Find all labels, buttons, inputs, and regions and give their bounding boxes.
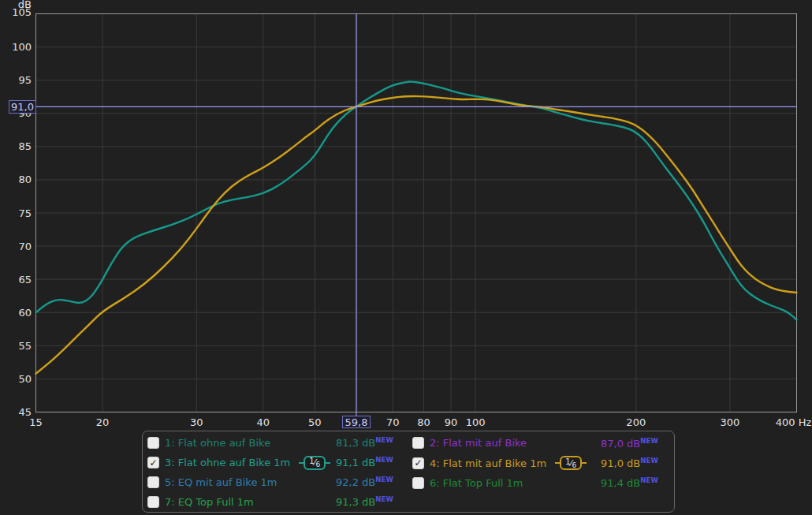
measurement-value: 87,0 dBNEW: [601, 437, 671, 450]
measurement-checkbox[interactable]: ✓: [147, 496, 159, 508]
measurement-value: 91,3 dBNEW: [336, 495, 412, 508]
measurement-checkbox[interactable]: ✓: [147, 476, 159, 488]
y-axis-tick-label: 55: [18, 340, 32, 352]
measurement-checkbox[interactable]: ✓: [412, 437, 424, 449]
legend-row[interactable]: ✓ 2: Flat mit auf Bike ⁄ 87,0 dBNEW: [412, 433, 671, 453]
x-axis-tick-label: 70: [386, 416, 400, 428]
cursor-frequency-readout: 59,8: [342, 416, 371, 428]
legend-row[interactable]: ✓ 4: Flat mit auf Bike 1m 1⁄6 91,0 dBNEW: [412, 453, 671, 472]
x-axis-tick-label: 30: [190, 416, 203, 428]
measurement-app-window: dB10510095908580757065605550451520304050…: [0, 0, 812, 515]
y-axis-tick-label: 50: [18, 373, 32, 385]
y-axis-tick-label: 65: [18, 274, 32, 285]
measurement-checkbox[interactable]: ✓: [147, 457, 159, 468]
x-axis-tick-label: 15: [29, 416, 43, 428]
measurement-checkbox[interactable]: ✓: [412, 477, 424, 489]
y-axis-tick-label: 70: [18, 241, 32, 252]
legend-column: ✓ 2: Flat mit auf Bike ⁄ 87,0 dBNEW ✓ 4:…: [412, 433, 671, 512]
checkmark-icon: ✓: [149, 457, 157, 467]
x-axis-tick-label: 300: [721, 416, 740, 428]
measurement-checkbox[interactable]: ✓: [147, 437, 159, 449]
smoothing-badge[interactable]: 1⁄6: [299, 456, 330, 470]
new-tag: NEW: [640, 437, 658, 445]
measurement-label[interactable]: 3: Flat ohne auf Bike 1m: [165, 457, 290, 468]
new-tag: NEW: [375, 436, 393, 444]
new-tag: NEW: [375, 456, 393, 464]
measurement-label[interactable]: 1: Flat ohne auf Bike: [165, 437, 270, 449]
y-axis-tick-label: 100: [12, 41, 32, 53]
legend-row[interactable]: ✓ 1: Flat ohne auf Bike ⁄ 81,3 dBNEW: [147, 433, 412, 453]
cursor-db-readout: 91,0: [9, 100, 36, 114]
y-axis-tick-label: 95: [18, 74, 32, 86]
x-axis-tick-label: 50: [308, 416, 322, 428]
y-axis-tick-label: 60: [18, 307, 32, 319]
measurement-label[interactable]: 5: EQ mit auf Bike 1m: [165, 476, 277, 488]
x-axis-tick-label: 20: [96, 416, 110, 428]
measurement-label[interactable]: 4: Flat mit auf Bike 1m: [430, 457, 546, 469]
measurement-label[interactable]: 7: EQ Top Full 1m: [165, 496, 254, 508]
measurement-value: 92,2 dBNEW: [336, 476, 412, 488]
x-axis-tick-label: 40: [256, 416, 270, 428]
legend-row[interactable]: ✓ 3: Flat ohne auf Bike 1m 1⁄6 91,1 dBNE…: [147, 453, 412, 472]
new-tag: NEW: [375, 476, 393, 483]
measurement-legend-panel: ✓ 1: Flat ohne auf Bike ⁄ 81,3 dBNEW ✓ 3…: [142, 431, 675, 513]
measurement-value: 81,3 dBNEW: [336, 436, 412, 449]
measurement-checkbox[interactable]: ✓: [412, 457, 424, 469]
badge-connector-right: [326, 462, 330, 464]
measurement-label[interactable]: 2: Flat mit auf Bike: [430, 437, 527, 449]
y-axis-tick-label: 80: [18, 174, 32, 185]
legend-row[interactable]: ✓ 5: EQ mit auf Bike 1m ⁄ 92,2 dBNEW: [147, 472, 412, 492]
x-axis-tick-label: 80: [417, 416, 430, 428]
x-axis-tick-label: 90: [445, 416, 458, 428]
measurement-label[interactable]: 6: Flat Top Full 1m: [430, 477, 523, 489]
x-axis-tick-label: 200: [626, 416, 646, 428]
legend-row[interactable]: ✓ 7: EQ Top Full 1m ⁄ 91,3 dBNEW: [147, 492, 412, 512]
legend-column: ✓ 1: Flat ohne auf Bike ⁄ 81,3 dBNEW ✓ 3…: [147, 433, 412, 512]
x-axis-tick-label: 100: [466, 416, 486, 428]
response-curve: [36, 96, 797, 374]
measurement-value: 91,4 dBNEW: [601, 476, 671, 489]
new-tag: NEW: [375, 495, 393, 503]
new-tag: NEW: [640, 476, 658, 484]
y-axis-tick-label: 105: [12, 6, 32, 18]
legend-row[interactable]: ✓ 6: Flat Top Full 1m ⁄ 91,4 dBNEW: [412, 473, 671, 493]
measurement-value: 91,1 dBNEW: [336, 456, 412, 468]
badge-connector-right: [582, 462, 587, 464]
x-axis-tick-label: 400 Hz: [776, 416, 812, 428]
measurement-value: 91,0 dBNEW: [601, 457, 671, 469]
smoothing-badge[interactable]: 1⁄6: [555, 456, 587, 470]
response-curve: [36, 82, 797, 320]
y-axis-tick-label: 85: [18, 140, 32, 152]
y-axis-tick-label: 75: [18, 207, 32, 219]
new-tag: NEW: [640, 457, 658, 465]
checkmark-icon: ✓: [414, 458, 422, 468]
